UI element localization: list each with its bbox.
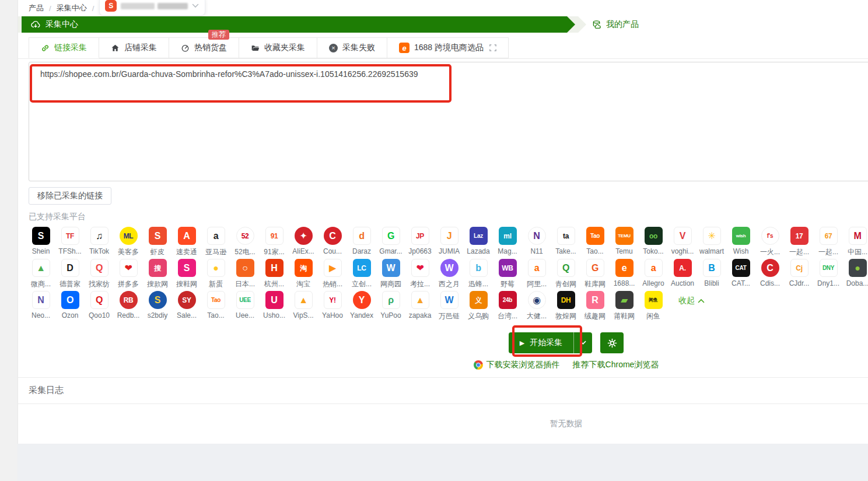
platform-label: Daraz	[352, 247, 371, 255]
platform-icon: 搜	[149, 259, 167, 277]
platform-label: voghi...	[671, 247, 694, 255]
redacted-store-name	[121, 3, 188, 9]
platform-item: ●新蛋	[201, 258, 230, 290]
tab-5[interactable]: ×采集失败	[317, 37, 387, 58]
chevron-down-icon	[580, 340, 586, 345]
platform-label: 德普家	[60, 279, 80, 289]
platform-label: 大健...	[527, 311, 547, 321]
platform-icon: TF	[61, 227, 79, 245]
browser-links-row: 下载安装浏览器插件 推荐下载Chrome浏览器	[18, 360, 868, 370]
platform-icon: S	[149, 291, 167, 309]
chevron-up-icon	[698, 299, 705, 303]
platform-item: 5252电...	[230, 226, 260, 258]
platform-label: 虾皮	[150, 247, 164, 257]
platform-label: 中国...	[848, 247, 867, 257]
platform-icon: ML	[120, 227, 138, 245]
start-collect-button[interactable]: ▶ 开始采集	[509, 332, 573, 353]
platform-item: RBRedb...	[114, 290, 143, 322]
link-icon	[41, 44, 50, 52]
platform-grid: SSheinTFTFSh...♫TikTokML美客多S虾皮A速卖通a亚马逊52…	[26, 226, 868, 322]
platform-item: 67一起...	[814, 226, 843, 258]
platform-item: LC立创...	[347, 258, 376, 290]
platform-label: Blibli	[704, 279, 719, 287]
platform-icon: 闲鱼	[645, 291, 663, 309]
download-chrome-label: 推荐下载Chrome浏览器	[573, 360, 659, 370]
start-collect-dropdown-button[interactable]	[573, 332, 592, 353]
platform-icon: ●	[207, 259, 225, 277]
platform-icon: 24b	[499, 291, 517, 309]
platform-label: Lazada	[467, 247, 489, 255]
platform-item: TaoTao...	[580, 226, 610, 258]
platform-item: ▲zapaka	[405, 290, 435, 322]
platform-item: 义义乌购	[464, 290, 493, 322]
section-header-row: 采集中心 我的产品	[18, 16, 868, 33]
banner-title: 采集中心	[46, 19, 78, 30]
platform-item: UUsho...	[260, 290, 289, 322]
platform-icon: ✳	[703, 227, 721, 245]
download-chrome-link[interactable]: 推荐下载Chrome浏览器	[573, 360, 659, 370]
platform-item: a阿里...	[522, 258, 551, 290]
platform-item: JPJp0663	[405, 226, 435, 258]
platform-item: f's一火...	[755, 226, 785, 258]
platform-label: Gmar...	[379, 247, 402, 255]
platform-label: Uee...	[236, 311, 254, 320]
tab-3[interactable]: 热销货盘推荐	[169, 37, 239, 58]
collect-log-section: 采集日志 暂无数据	[18, 377, 868, 444]
chrome-icon	[474, 360, 483, 370]
platform-label: CJdr...	[789, 279, 810, 287]
recommended-badge: 推荐	[208, 30, 229, 40]
platform-icon: A.	[674, 259, 692, 277]
platform-label: YaHoo	[322, 311, 343, 320]
platform-item: NN11	[522, 226, 551, 258]
tab-2[interactable]: 店铺采集	[99, 37, 169, 58]
platform-label: 杭州...	[264, 279, 284, 289]
tab-my-products[interactable]: 我的产品	[578, 16, 868, 33]
platform-item: ρYuPoo	[376, 290, 405, 322]
store-selector-dropdown[interactable]: S	[99, 0, 205, 16]
platform-icon: 17	[790, 227, 808, 245]
collapse-label: 收起	[678, 296, 695, 306]
platform-icon: WB	[499, 259, 517, 277]
platform-icon: a	[645, 259, 663, 277]
platform-label: Usho...	[263, 311, 285, 320]
platform-row: SSheinTFTFSh...♫TikTokML美客多S虾皮A速卖通a亚马逊52…	[26, 226, 868, 258]
platform-icon: N	[528, 227, 546, 245]
start-collect-label: 开始采集	[530, 338, 562, 348]
platform-icon: wish	[732, 227, 750, 245]
download-plugin-link[interactable]: 下载安装浏览器插件	[474, 360, 560, 370]
breadcrumb-item-collection-center[interactable]: 采集中心	[57, 3, 87, 13]
tab-6[interactable]: e1688 跨境电商选品	[387, 37, 509, 58]
platform-icon: ○	[236, 259, 254, 277]
platform-icon: oo	[645, 227, 663, 245]
platform-label: 淘宝	[296, 279, 310, 289]
platform-label: 找家纺	[89, 279, 110, 289]
platform-item: ooToko...	[639, 226, 668, 258]
tab-4[interactable]: 收藏夹采集	[239, 37, 317, 58]
platform-icon: ▲	[295, 291, 313, 309]
platform-icon: ♫	[90, 227, 108, 245]
tab-label: 店铺采集	[124, 43, 157, 53]
platform-item: CjCJdr...	[785, 258, 814, 290]
platform-icon: 52	[236, 227, 254, 245]
platform-icon: 91	[265, 227, 284, 245]
tab-1[interactable]: 链接采集	[29, 37, 99, 58]
collapse-platforms-link[interactable]: 收起	[678, 295, 705, 307]
platform-label: 网商园	[380, 279, 401, 289]
platform-item: TaoTao...	[201, 290, 230, 322]
collect-url-textarea[interactable]: https://shopee.com.br/Guarda-chuva-Sombr…	[29, 62, 868, 181]
platform-icon: J	[440, 227, 459, 245]
platform-icon: LC	[353, 259, 371, 277]
remove-collected-links-button[interactable]: 移除已采集的链接	[29, 187, 111, 205]
settings-button[interactable]	[600, 332, 624, 353]
my-products-label: 我的产品	[606, 19, 639, 30]
left-gutter	[0, 0, 18, 481]
platform-item: Q青创网	[551, 258, 580, 290]
platform-item: Ss2bdiy	[143, 290, 172, 322]
tab-label: 采集失败	[342, 43, 375, 53]
platform-item: H杭州...	[260, 258, 289, 290]
platform-label: Auction	[671, 279, 694, 287]
breadcrumb-item-products[interactable]: 产品	[29, 3, 44, 13]
platform-item: SYSale...	[172, 290, 201, 322]
platform-item: 淘淘宝	[289, 258, 318, 290]
platform-label: zapaka	[409, 311, 432, 320]
